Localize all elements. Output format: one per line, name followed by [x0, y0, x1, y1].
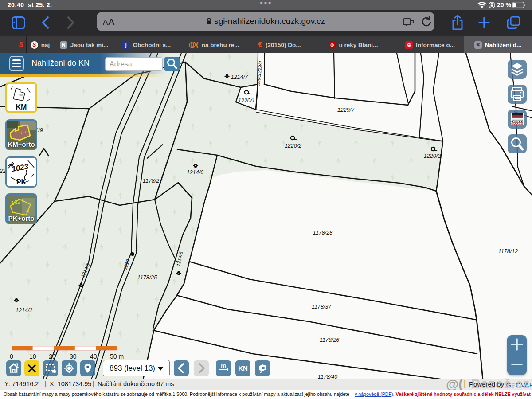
svg-text:300: 300 [19, 94, 23, 97]
svg-text:1220/2: 1220/2 [285, 143, 301, 149]
svg-text:1178/12: 1178/12 [498, 248, 518, 254]
svg-text:4: 4 [26, 208, 29, 215]
svg-text:1229/1: 1229/1 [257, 75, 262, 86]
svg-text:KN: KN [238, 364, 248, 372]
svg-text:1178/26: 1178/26 [320, 337, 339, 343]
svg-text:1178/28: 1178/28 [313, 230, 332, 236]
svg-text:1214/2: 1214/2 [16, 307, 32, 313]
svg-text:1178/40: 1178/40 [318, 374, 337, 380]
svg-text:1178/25: 1178/25 [137, 274, 157, 281]
svg-text:1178/27: 1178/27 [143, 178, 163, 184]
svg-text:1214/6: 1214/6 [187, 169, 203, 176]
svg-text:1229/7: 1229/7 [337, 107, 355, 113]
svg-text:1220/3: 1220/3 [424, 153, 441, 159]
svg-text:1220/1: 1220/1 [238, 98, 255, 104]
svg-text:1214/7: 1214/7 [231, 74, 248, 80]
svg-text:1178/37: 1178/37 [312, 304, 332, 310]
svg-text:m: m [221, 362, 226, 369]
